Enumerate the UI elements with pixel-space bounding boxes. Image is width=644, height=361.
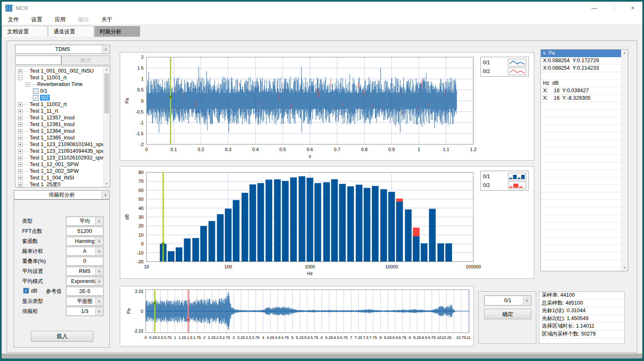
tree-item[interactable]: +Test 1_1_004_INSI	[15, 174, 110, 181]
form-select[interactable]: Hanning∨	[66, 237, 104, 246]
tree-checkbox[interactable]: ✓	[33, 95, 38, 101]
filter-input[interactable]	[15, 56, 61, 65]
overview-chart-panel: 00.250.50.7511.251.51.7522.252.52.7533.2…	[120, 286, 474, 346]
tree-item-label: Test 1_12361_insul	[30, 121, 75, 127]
svg-text:Pa: Pa	[124, 98, 129, 104]
tree-item[interactable]: −Reverberation Time	[15, 81, 110, 88]
channel-select[interactable]: 0/1 ∨	[484, 295, 531, 305]
tab-3[interactable]: 时频分析	[94, 26, 140, 37]
tree-item[interactable]: −Test 1_11001_rt	[15, 74, 110, 81]
readout-row	[541, 230, 621, 237]
svg-text:2.5: 2.5	[216, 335, 222, 340]
svg-text:4.5: 4.5	[275, 335, 280, 340]
tab-1[interactable]: 文档设置	[2, 26, 48, 37]
expand-icon[interactable]: +	[18, 136, 23, 140]
form-select[interactable]: RMS∨	[66, 267, 104, 276]
expand-icon[interactable]: +	[18, 116, 23, 120]
db-checkbox[interactable]: ✓	[23, 288, 29, 293]
form-input[interactable]: 51200	[66, 227, 104, 236]
minimize-button[interactable]: —	[585, 2, 604, 14]
tree-item[interactable]: +Test 1_12365_insul	[15, 134, 110, 141]
expand-icon[interactable]: +	[18, 129, 23, 134]
time-domain-chart[interactable]: 00.10.20.30.40.50.60.70.80.911.11.221.51…	[120, 53, 534, 160]
menu-item-5[interactable]: 关于	[95, 16, 119, 23]
tree-item[interactable]: +Test 1_12_001_SPW	[15, 161, 110, 168]
form-input[interactable]: 0	[66, 257, 104, 266]
tree-item[interactable]: +Test 1_123_210914094435_spw	[15, 148, 110, 154]
form-select[interactable]: 平面图∨	[66, 297, 104, 306]
tree-scrollbar[interactable]: ▲▼	[103, 66, 110, 187]
menu-item-1[interactable]: 文件	[2, 16, 25, 23]
confirm-button[interactable]: 确定	[484, 309, 531, 319]
tree-item-label: Test 1_12357_insul	[30, 115, 75, 121]
expand-icon[interactable]: +	[18, 162, 23, 167]
readout-row	[541, 245, 621, 252]
tree-connector	[23, 138, 29, 138]
tree-item[interactable]: +Test 1_12361_insul	[15, 121, 110, 128]
tree-item[interactable]: +Test 1_11002_rt	[15, 101, 110, 108]
readout-row	[541, 125, 621, 132]
expand-icon[interactable]: +	[18, 182, 23, 187]
expand-icon[interactable]: +	[18, 69, 23, 73]
legend-entry[interactable]: 0/2	[483, 67, 526, 76]
analysis-type-select[interactable]: 倍频程分析 ∨	[14, 190, 110, 199]
svg-text:0.8: 0.8	[361, 147, 367, 152]
file-format-select[interactable]: TDMS ∨	[15, 45, 110, 54]
form-label: 倍频程	[22, 308, 38, 315]
load-button[interactable]: 载入	[31, 331, 93, 342]
readout-row	[541, 237, 621, 245]
form-select[interactable]: A∨	[66, 247, 104, 256]
tab-2[interactable]: 通道设置	[48, 26, 94, 37]
scroll-down-icon[interactable]: ▼	[621, 265, 628, 271]
form-select[interactable]: Exponential∨	[66, 277, 104, 286]
form-select[interactable]: 平均∨	[66, 217, 104, 226]
expand-icon[interactable]: +	[18, 176, 23, 180]
menu-item-4[interactable]: 输出	[72, 16, 95, 23]
tree-item[interactable]: +Test 1_123_211026102932_spw	[15, 154, 110, 161]
tree-item[interactable]: +Test 1_12364_insul	[15, 128, 110, 134]
close-button[interactable]: ×	[623, 2, 642, 14]
channel-select-value: 0/1	[504, 298, 511, 303]
tree-item[interactable]: +Test 1_12357_insul	[15, 114, 110, 121]
svg-text:50: 50	[139, 197, 144, 202]
expand-icon[interactable]: +	[18, 122, 23, 127]
legend-entry[interactable]: 0/2	[483, 181, 526, 189]
spectrum-chart[interactable]: 1010010001000010000080706050403020100-10…	[120, 167, 534, 278]
tree-item[interactable]: ✓0/2	[15, 94, 110, 101]
tree-item[interactable]: ✓0/1	[15, 88, 110, 94]
collapse-icon[interactable]: −	[18, 76, 23, 80]
svg-text:-10: -10	[137, 250, 144, 255]
svg-text:0.5: 0.5	[158, 335, 163, 340]
expand-icon[interactable]: +	[18, 142, 23, 147]
reference-value-input[interactable]: 2E-5	[66, 287, 104, 296]
svg-text:20: 20	[139, 223, 144, 228]
menu-item-2[interactable]: 设置	[25, 16, 48, 23]
tree-item[interactable]: +Test 1_001_001_002_INSU	[15, 68, 110, 74]
expand-icon[interactable]: +	[18, 102, 23, 107]
readout-scrollbar[interactable]: ▲▼	[621, 50, 628, 271]
expand-icon[interactable]: +	[18, 109, 23, 114]
legend-entry[interactable]: 0/1	[483, 58, 526, 67]
tree-item[interactable]: +Test 1_25度0	[15, 181, 110, 187]
tree-item[interactable]: +Test 1_11_rt	[15, 108, 110, 114]
form-select[interactable]: 1/3∨	[66, 307, 104, 316]
maximize-button[interactable]: □	[604, 2, 623, 14]
tree-item-label: Test 1_123_210908101941_spw	[30, 141, 105, 147]
scroll-up-icon[interactable]: ▲	[621, 50, 628, 56]
collapse-icon[interactable]: −	[25, 82, 30, 87]
legend-label: 0/1	[483, 174, 490, 179]
expand-icon[interactable]: +	[18, 156, 23, 160]
scroll-down-icon[interactable]: ▼	[104, 181, 110, 187]
expand-icon[interactable]: +	[18, 149, 23, 154]
tree-item[interactable]: +Test 1_12_002_SPW	[15, 168, 110, 174]
scroll-up-icon[interactable]: ▲	[104, 66, 110, 73]
tree-item[interactable]: +Test 1_123_210908101941_spw	[15, 141, 110, 148]
legend-entry[interactable]: 0/1	[483, 172, 526, 181]
overview-chart[interactable]: 00.250.50.7511.251.51.7522.252.52.7533.2…	[120, 286, 473, 346]
tree-checkbox[interactable]: ✓	[33, 88, 38, 94]
format-button[interactable]: 格式	[61, 56, 110, 65]
readout-row	[541, 170, 621, 177]
scroll-thumb[interactable]	[104, 73, 109, 114]
menu-item-3[interactable]: 应用	[48, 16, 72, 23]
expand-icon[interactable]: +	[18, 169, 23, 174]
